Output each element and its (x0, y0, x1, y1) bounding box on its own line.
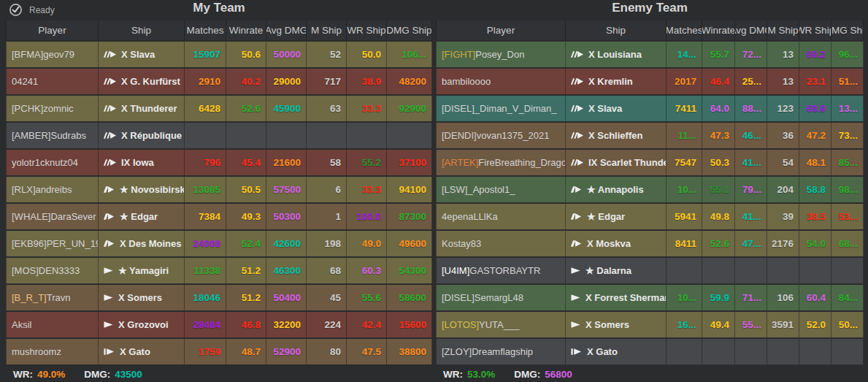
stat-cell: 1 (307, 204, 347, 229)
stat-cell (735, 339, 767, 364)
stat-cell: 59.9 (702, 285, 735, 310)
stat-cell: 15600 (387, 312, 432, 337)
table-row[interactable]: [EKB96]PER_UN_1966X Des Moines2400852.44… (6, 231, 432, 256)
table-row[interactable]: [FIGHT]Posey_DonX Louisiana14...55.772..… (436, 42, 864, 67)
column-header[interactable]: Matches (185, 20, 226, 40)
stat-cell: 36 (767, 123, 799, 148)
my-team-title: My Team (6, 1, 432, 15)
stat-cell: 13 (767, 42, 799, 67)
column-header[interactable]: Avg DMG (735, 20, 767, 40)
table-row[interactable]: 04241X G. Kurfürst291040.22900071738.948… (6, 69, 432, 94)
stat-cell: 5941 (667, 204, 702, 229)
table-row[interactable]: [WHALE]DaraSever★ Edgar738449.3503001100… (6, 204, 432, 229)
table-row[interactable]: Kostay83X Moskva841152.647...217654.068.… (436, 231, 864, 256)
column-header[interactable]: Player (436, 20, 566, 40)
column-header[interactable]: DMG Ship (831, 20, 864, 40)
column-header[interactable]: Winrate (226, 20, 266, 40)
stat-cell: 198 (307, 231, 347, 256)
player-name: Posey_Don (475, 49, 524, 60)
column-header[interactable]: Ship (99, 20, 185, 40)
table-row[interactable]: [BFMA]geov79X Slava1590750.6500005250.01… (6, 42, 432, 67)
ship-name: X Kremlin (588, 76, 633, 87)
battleship-icon (103, 158, 117, 167)
table-row[interactable]: [DENDI]vovan1375_2021X Schlieffen11...47… (436, 123, 864, 148)
enemy-dmg-label: DMG: (514, 369, 540, 380)
stat-cell: 72... (735, 42, 767, 67)
clan-tag: [WHALE] (12, 211, 50, 222)
stat-cell: 13 (767, 69, 799, 94)
table-row[interactable]: [DISEL]_Diman_V_Diman_X Slava741164.088.… (436, 96, 864, 121)
column-header[interactable]: M Ship (307, 20, 347, 40)
table-row[interactable]: 4epenaLLlKa★ Edgar594149.841...3938.553.… (436, 204, 864, 229)
stat-cell: 224 (307, 312, 347, 337)
stat-cell: 46... (735, 123, 767, 148)
table-row[interactable]: [B_R_T]TravnX Somers1804651.2504004555.6… (6, 285, 432, 310)
stat-cell: 717 (307, 69, 347, 94)
column-header[interactable]: WR Ship (799, 20, 831, 40)
column-header[interactable]: Ship (566, 20, 667, 40)
table-row[interactable]: [U4IM]GASTORBAYTR★ Dalarna (436, 258, 864, 283)
cruiser-icon (103, 213, 115, 221)
enemy-dmg-value: 56800 (545, 369, 572, 380)
table-row[interactable]: [LOTOS]YUTA___X Somers16...49.455...3591… (436, 312, 864, 337)
table-row[interactable]: [DISEL]SemargL48X Forrest Sherman10...59… (436, 285, 864, 310)
player-name: Kostay83 (442, 238, 481, 249)
table-row[interactable]: bambilooooX Kremlin201746.425...1323.151… (436, 69, 864, 94)
stat-cell: 60.3 (347, 258, 387, 283)
stat-cell: 2017 (667, 69, 702, 94)
player-cell: [AMBER]Sudrabs (6, 123, 99, 148)
stat-cell (307, 123, 347, 148)
player-cell: [DISEL]SemargL48 (436, 285, 566, 310)
table-row[interactable]: AksilX Grozovoi2848446.83220022442.41560… (6, 312, 432, 337)
column-header[interactable]: Winrate (702, 20, 735, 40)
stat-cell: 106 (767, 285, 799, 310)
column-header[interactable]: M Ship (767, 20, 799, 40)
stat-cell: 33.3 (347, 177, 387, 202)
column-header[interactable]: Avg DMG (266, 20, 307, 40)
clan-tag: [BFMA] (12, 49, 43, 60)
table-row[interactable]: [RLX]andreibs★ Novosibirsk1308550.557500… (6, 177, 432, 202)
table-row[interactable]: [AMBER]SudrabsX République (6, 123, 432, 148)
table-row[interactable]: [LSW]_Apostol1_★ Annapolis10...55.179...… (436, 177, 864, 202)
table-row[interactable]: [ZLOY]DreamflagshipX Gato (436, 339, 864, 364)
stat-cell: 73... (831, 123, 864, 148)
clan-tag: [B_R_T] (12, 292, 47, 303)
table-row[interactable]: yolotr1cknutz04IX Iowa79645.4216005855.2… (6, 150, 432, 175)
enemy-team-table: PlayerShipMatchesWinrateAvg DMGM ShipWR … (436, 20, 864, 364)
battleship-icon (103, 131, 117, 140)
player-name: geov79 (43, 49, 74, 60)
player-name: Sudrabs (50, 130, 85, 141)
table-row[interactable]: [MOS]DEN3333★ Yamagiri1133851.2463006860… (6, 258, 432, 283)
stat-cell: 46.8 (226, 312, 266, 337)
stat-cell: 52.0 (799, 312, 831, 337)
player-cell: bambiloooo (436, 69, 566, 94)
table-row[interactable]: [ARTEK]FireBreathing_DragonIX Scarlet Th… (436, 150, 864, 175)
stat-cell: 39 (767, 204, 799, 229)
stat-cell: 18046 (185, 285, 226, 310)
stat-cell: 54.0 (799, 231, 831, 256)
player-name: vovan1375_2021 (477, 130, 550, 141)
player-name: SemargL48 (475, 292, 523, 303)
ship-name: X Slava (588, 103, 622, 114)
ship-name: X République (121, 130, 182, 141)
stat-cell: 796 (185, 150, 226, 175)
column-header[interactable]: Player (6, 20, 99, 40)
battleship-icon (570, 77, 584, 85)
player-name: yolotr1cknutz04 (12, 157, 78, 168)
destroyer-icon (103, 321, 114, 329)
stat-cell: 55.6 (347, 285, 387, 310)
ship-name: ★ Yamagiri (118, 265, 169, 276)
player-name: _Apostol1_ (467, 184, 515, 195)
column-header[interactable]: WR Ship (347, 20, 387, 40)
column-header[interactable]: Matches (667, 20, 702, 40)
player-cell: [B_R_T]Travn (6, 285, 99, 310)
table-body: [FIGHT]Posey_DonX Louisiana14...55.772..… (436, 42, 864, 364)
ship-cell: X Grozovoi (99, 312, 185, 337)
column-header[interactable]: DMG Ship (387, 20, 432, 40)
table-row[interactable]: mushroomzX Gato175948.7529008047.538800 (6, 339, 432, 364)
ship-cell: X Louisiana (566, 42, 667, 67)
stat-cell: 41... (735, 204, 767, 229)
table-row[interactable]: [PCHK]zomnicX Thunderer642852.6459006333… (6, 96, 432, 121)
cruiser-icon (570, 186, 583, 194)
clan-tag: [DISEL] (442, 103, 475, 114)
